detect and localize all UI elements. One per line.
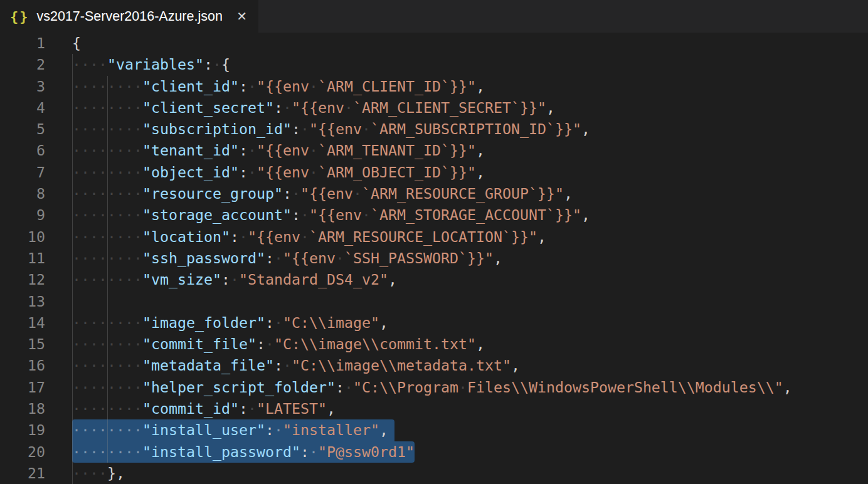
code-token: , [476, 164, 485, 181]
code-editor[interactable]: 1{2····"variables":·{3········"client_id… [0, 33, 868, 484]
code-token: · [283, 357, 292, 374]
line-content: ········"tenant_id":·"{{env·`ARM_TENANT_… [72, 140, 485, 161]
code-token: : [257, 335, 265, 352]
code-token: : [239, 164, 248, 181]
line-number: 16 [0, 355, 45, 376]
code-token: "variables" [107, 56, 204, 73]
code-line[interactable]: 10········"location":·"{{env·`ARM_RESOUR… [0, 226, 868, 248]
line-number: 12 [0, 269, 45, 290]
line-number: 10 [0, 226, 45, 248]
line-number: 20 [0, 441, 45, 463]
close-tab-icon[interactable]: ✕ [234, 8, 250, 25]
code-token: `ARM_SUBSCRIPTION_ID`}}" [371, 120, 581, 137]
code-token: "client_id" [142, 78, 239, 95]
code-token: ···· [72, 465, 107, 481]
code-token: { [72, 34, 81, 51]
code-token: : [274, 99, 283, 116]
tab-active-json-file[interactable]: {} vs2017-Server2016-Azure.json ✕ [0, 0, 258, 33]
line-content: ····"variables":·{ [72, 54, 230, 75]
json-file-icon: {} [10, 9, 29, 24]
code-token: · [300, 120, 309, 137]
tab-title: vs2017-Server2016-Azure.json [37, 9, 223, 24]
code-line[interactable]: 15········"commit_file":·"C:\\image\\com… [0, 334, 868, 355]
code-token: ···· [72, 56, 107, 73]
code-token: "{{env [257, 78, 309, 95]
code-token: "{{env [283, 250, 336, 266]
code-token: "{{env [257, 164, 309, 181]
code-token: · [300, 206, 309, 223]
code-line[interactable]: 2····"variables":·{ [0, 54, 868, 75]
code-token: · [265, 335, 274, 352]
code-token: "vm_size" [142, 271, 221, 288]
code-line[interactable]: 13 [0, 291, 868, 312]
line-content: ········"commit_file":·"C:\\image\\commi… [72, 334, 485, 355]
code-line[interactable]: 20········"install_password":·"P@ssw0rd1… [0, 441, 868, 463]
code-token: · [362, 120, 371, 137]
code-token: · [300, 228, 309, 245]
code-token: , [581, 120, 590, 137]
code-token: · [292, 185, 300, 202]
code-line[interactable]: 1{ [0, 33, 868, 54]
code-line[interactable]: 14········"image_folder":·"C:\\image", [0, 312, 868, 334]
code-token: : [274, 357, 283, 374]
code-token: · [239, 228, 248, 245]
code-token: , [476, 78, 485, 95]
code-line[interactable]: 6········"tenant_id":·"{{env·`ARM_TENANT… [0, 140, 868, 161]
code-token: "resource_group" [142, 185, 283, 202]
code-token: : [239, 78, 248, 95]
line-content: ········"image_folder":·"C:\\image", [72, 312, 388, 334]
code-token: "{{env [309, 120, 362, 137]
code-line[interactable]: 18········"commit_id":·"LATEST", [0, 398, 868, 419]
code-token: "storage_account" [142, 206, 292, 223]
code-token: : [292, 206, 300, 223]
code-token: · [344, 99, 353, 116]
line-number: 4 [0, 97, 45, 118]
code-token: "{{env [248, 228, 300, 245]
code-token: { [221, 56, 230, 73]
code-token: : [221, 271, 230, 288]
code-token: `ARM_OBJECT_ID`}}" [318, 164, 476, 181]
code-token: "commit_file" [142, 335, 257, 352]
code-token: "{{env [300, 185, 353, 202]
code-token: : [292, 120, 300, 137]
code-line[interactable]: 12········"vm_size":·"Standard_DS4_v2", [0, 269, 868, 290]
code-token: "location" [142, 228, 230, 245]
code-token: "C:\\image" [283, 314, 379, 331]
code-token: "{{env [292, 99, 344, 116]
code-token: "install_user" [142, 421, 265, 438]
code-token: · [309, 78, 318, 95]
code-token: , [511, 357, 520, 374]
code-line[interactable]: 11········"ssh_password":·"{{env·`SSH_PA… [0, 248, 868, 269]
code-line[interactable]: 19········"install_user":·"installer", [0, 419, 868, 441]
code-token: · [283, 99, 292, 116]
line-number: 14 [0, 312, 45, 334]
code-token: · [213, 56, 221, 73]
code-token: · [274, 250, 283, 266]
line-content: ········"resource_group":·"{{env·`ARM_RE… [72, 183, 573, 204]
code-token: : [239, 142, 248, 159]
code-line[interactable]: 8········"resource_group":·"{{env·`ARM_R… [0, 183, 868, 204]
code-line[interactable]: 3········"client_id":·"{{env·`ARM_CLIENT… [0, 76, 868, 97]
code-token: : [300, 443, 309, 460]
code-line[interactable]: 5········"subscription_id":·"{{env·`ARM_… [0, 118, 868, 140]
code-line[interactable]: 4········"client_secret":·"{{env·`ARM_CL… [0, 97, 868, 118]
code-line[interactable]: 7········"object_id":·"{{env·`ARM_OBJECT… [0, 162, 868, 183]
code-line[interactable]: 17········"helper_script_folder":·"C:\\P… [0, 377, 868, 398]
code-line[interactable]: 21····}, [0, 463, 868, 484]
code-token: "install_password" [142, 443, 300, 460]
code-token: "{{env [257, 142, 309, 159]
line-content-selected: ········"install_user":·"installer", [72, 419, 394, 441]
code-token: , [783, 379, 792, 396]
code-token: `ARM_TENANT_ID`}}" [318, 142, 476, 159]
line-content: ········"storage_account":·"{{env·`ARM_S… [72, 204, 590, 226]
code-line[interactable]: 9········"storage_account":·"{{env·`ARM_… [0, 204, 868, 226]
line-number: 3 [0, 76, 45, 97]
code-token: · [309, 142, 318, 159]
code-token: Files\\WindowsPowerShell\\Modules\\" [467, 379, 783, 396]
code-line[interactable]: 16········"metadata_file":·"C:\\image\\m… [0, 355, 868, 376]
code-token: : [265, 250, 274, 266]
code-token: · [362, 206, 371, 223]
code-token: , [546, 99, 555, 116]
code-token: : [230, 228, 239, 245]
code-token: · [274, 421, 283, 438]
